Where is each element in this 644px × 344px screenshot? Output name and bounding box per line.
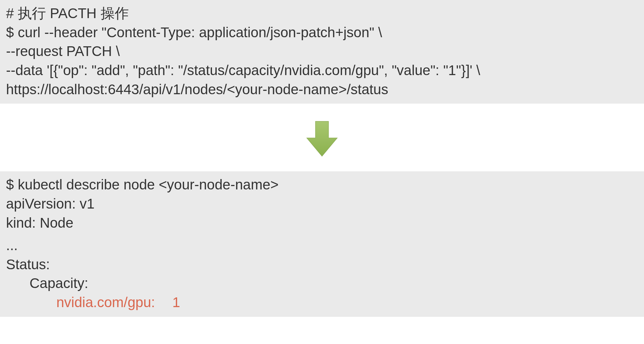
code-line: https://localhost:6443/api/v1/nodes/<you… <box>6 80 638 99</box>
code-line: ... <box>6 236 638 255</box>
capacity-value: 1 <box>172 294 180 310</box>
code-block-kubectl: $ kubectl describe node <your-node-name>… <box>0 171 644 317</box>
code-line: Status: <box>6 255 638 274</box>
code-block-curl: # 执行 PACTH 操作 $ curl --header "Content-T… <box>0 0 644 104</box>
code-line: Capacity: <box>6 274 638 293</box>
code-line: nvidia.com/gpu: 1 <box>6 293 638 312</box>
code-line: $ curl --header "Content-Type: applicati… <box>6 23 638 42</box>
code-line: --request PATCH \ <box>6 42 638 61</box>
capacity-key: nvidia.com/gpu: <box>6 293 155 312</box>
code-line: apiVersion: v1 <box>6 194 638 214</box>
code-line: kind: Node <box>6 214 638 233</box>
code-text: Capacity: <box>6 274 88 293</box>
code-line: --data '[{"op": "add", "path": "/status/… <box>6 61 638 80</box>
code-line: # 执行 PACTH 操作 <box>6 4 638 23</box>
arrow-down-icon <box>0 104 644 171</box>
code-line: $ kubectl describe node <your-node-name> <box>6 175 638 194</box>
